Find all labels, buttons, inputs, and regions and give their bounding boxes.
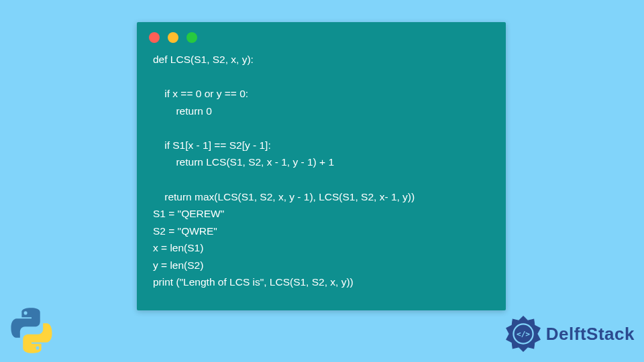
python-logo-icon bbox=[8, 307, 55, 354]
code-window: def LCS(S1, S2, x, y): if x == 0 or y ==… bbox=[137, 22, 506, 310]
minimize-icon bbox=[168, 32, 178, 43]
window-controls bbox=[137, 22, 506, 48]
svg-text:</>: </> bbox=[517, 330, 530, 339]
close-icon bbox=[149, 32, 160, 43]
code-content: def LCS(S1, S2, x, y): if x == 0 or y ==… bbox=[137, 48, 506, 303]
delftstack-brand: </> DelftStack bbox=[504, 315, 635, 353]
brand-name: DelftStack bbox=[546, 324, 635, 345]
delftstack-badge-icon: </> bbox=[504, 315, 542, 353]
maximize-icon bbox=[186, 32, 197, 43]
